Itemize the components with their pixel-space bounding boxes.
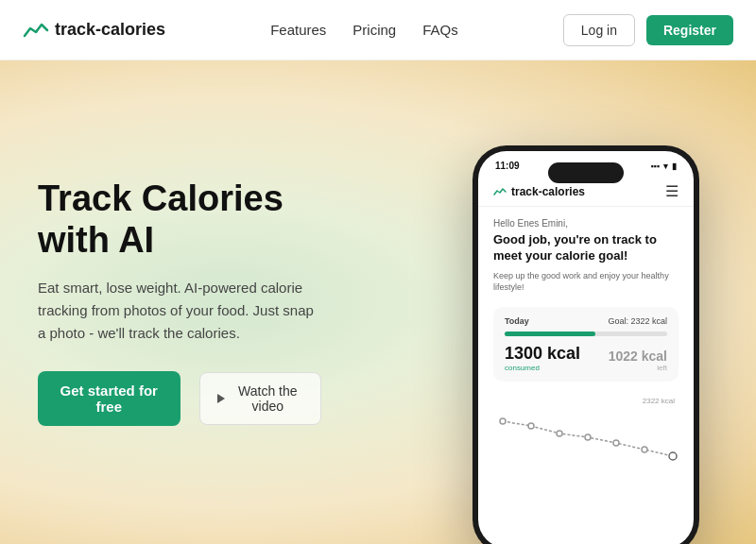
goal-label: Goal: 2322 kcal (608, 316, 667, 326)
progress-section: Today Goal: 2322 kcal 1300 kcal consumed (493, 307, 679, 382)
svg-point-3 (585, 434, 591, 440)
phone-greeting: Hello Enes Emini, (493, 218, 679, 229)
nav-pricing[interactable]: Pricing (352, 22, 396, 38)
phone-screen: 11:09 ▪▪▪ ▾ ▮ track-calor (478, 151, 694, 544)
svg-point-1 (528, 423, 534, 429)
phone-time: 11:09 (495, 161, 520, 171)
progress-bar-fill (505, 332, 595, 336)
mini-chart: 2322 kcal (493, 393, 679, 468)
logo-text: track-calories (55, 20, 165, 40)
chart-label: 2322 kcal (493, 397, 679, 405)
wifi-icon: ▾ (663, 162, 668, 171)
cta-button[interactable]: Get started for free (38, 371, 180, 426)
video-label: Watch the video (232, 383, 303, 414)
phone-device: 11:09 ▪▪▪ ▾ ▮ track-calor (472, 145, 699, 544)
phone-mockup: 11:09 ▪▪▪ ▾ ▮ track-calor (472, 145, 699, 544)
hero-buttons: Get started for free Watch the video (38, 371, 321, 426)
chart-svg (493, 407, 682, 464)
nav-faqs[interactable]: FAQs (422, 22, 458, 38)
nav-actions: Log in Register (563, 14, 733, 46)
hero-title: Track Calories with AI (38, 178, 321, 261)
svg-point-6 (669, 452, 677, 460)
phone-headline: Good job, you're on track to meet your c… (493, 232, 679, 264)
nav-links: Features Pricing FAQs (270, 22, 458, 38)
hero-content: Track Calories with AI Eat smart, lose w… (0, 178, 359, 425)
logo-icon (23, 21, 49, 40)
left-label: left (609, 364, 667, 372)
phone-status-bar: 11:09 ▪▪▪ ▾ ▮ (478, 151, 694, 175)
play-icon (217, 394, 225, 403)
video-button[interactable]: Watch the video (199, 372, 321, 425)
phone-logo-icon (493, 187, 507, 196)
phone-subtext: Keep up the good work and enjoy your hea… (493, 270, 679, 294)
phone-logo: track-calories (493, 185, 585, 198)
login-button[interactable]: Log in (563, 14, 635, 46)
svg-point-4 (613, 440, 619, 446)
consumed-value: 1300 kcal (505, 344, 580, 364)
phone-notch (548, 162, 624, 183)
status-icons: ▪▪▪ ▾ ▮ (650, 162, 677, 171)
logo[interactable]: track-calories (23, 20, 165, 40)
svg-point-5 (642, 447, 647, 452)
consumed-label: consumed (505, 364, 580, 372)
progress-bar-background (505, 332, 667, 336)
today-label: Today (505, 316, 529, 326)
phone-logo-text: track-calories (511, 185, 585, 198)
svg-point-2 (557, 431, 562, 436)
register-button[interactable]: Register (646, 15, 733, 45)
svg-point-0 (500, 418, 506, 424)
progress-header: Today Goal: 2322 kcal (505, 316, 667, 326)
signal-icon: ▪▪▪ (650, 162, 660, 171)
progress-stats: 1300 kcal consumed 1022 kcal left (505, 344, 667, 372)
nav-features[interactable]: Features (270, 22, 326, 38)
stat-left: 1022 kcal left (609, 348, 667, 372)
hero-subtitle: Eat smart, lose weight. AI-powered calor… (38, 277, 321, 345)
hamburger-icon[interactable]: ☰ (665, 182, 679, 200)
navbar: track-calories Features Pricing FAQs Log… (0, 0, 756, 60)
phone-content: Hello Enes Emini, Good job, you're on tr… (478, 207, 694, 479)
battery-icon: ▮ (672, 162, 677, 171)
left-value: 1022 kcal (609, 348, 667, 364)
stat-consumed: 1300 kcal consumed (505, 344, 580, 372)
hero-section: Track Calories with AI Eat smart, lose w… (0, 60, 756, 544)
